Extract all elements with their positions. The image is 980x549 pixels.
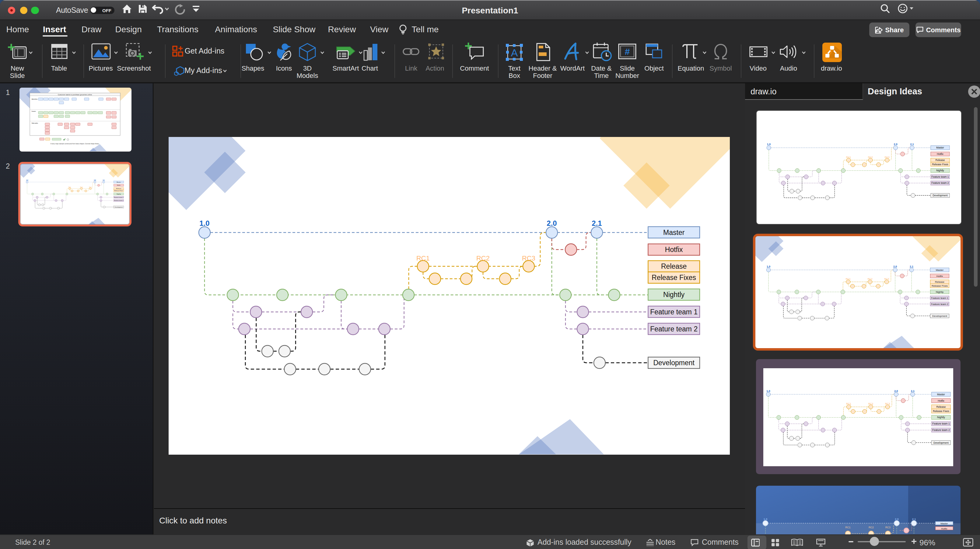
svg-text:#: # [625,46,630,57]
svg-text:Sub-tasks: Sub-tasks [31,123,38,124]
svg-text:RC2: RC2 [868,526,873,529]
svg-text:Activities: Activities [31,98,37,100]
svg-text:1.0: 1.0 [763,518,767,521]
svg-text:A: A [511,46,518,58]
svg-text:Master: Master [940,522,948,525]
svg-text:RC3: RC3 [885,526,890,529]
svg-text:A story map example constructe: A story map example constructed from bas… [50,143,99,145]
svg-text:RC1: RC1 [845,526,850,529]
svg-text:2.0: 2.0 [894,518,899,521]
svg-text:Customer wants to purchase gro: Customer wants to purchase groceries onl… [57,94,92,95]
svg-text:Hotfix: Hotfix [941,527,947,530]
svg-text:Issues: Issues [31,110,36,112]
svg-text:2.1: 2.1 [912,518,916,521]
